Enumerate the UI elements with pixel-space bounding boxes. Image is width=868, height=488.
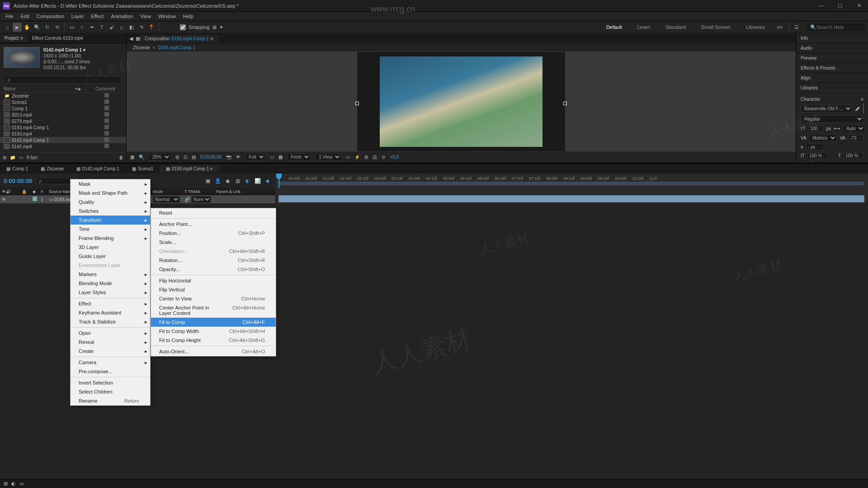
views-select[interactable]: 1 View (315, 153, 341, 161)
panel-align[interactable]: Align (796, 73, 868, 83)
panel-menu-icon[interactable]: ≡ (861, 97, 863, 102)
menu-file[interactable]: File (2, 13, 17, 20)
hscale-input[interactable] (844, 152, 863, 159)
menu-item-position-[interactable]: Position...Ctrl+Shift+P (151, 229, 276, 238)
project-item[interactable]: Zlozenie (0, 93, 126, 99)
shy-icon[interactable]: 👤 (214, 177, 222, 184)
puppet-tool[interactable]: 📍 (147, 23, 156, 32)
reset-exposure-icon[interactable]: ⊙ (382, 155, 385, 160)
project-item[interactable]: 0193.mp4 (0, 131, 126, 137)
transparency-icon[interactable]: ▦ (278, 155, 283, 160)
brainstorm-icon[interactable]: ◆ (264, 177, 271, 184)
new-folder-icon[interactable]: 📁 (10, 155, 15, 160)
project-item[interactable]: 0278.mp4 (0, 118, 126, 124)
roi-icon[interactable]: ▭ (270, 155, 274, 160)
layer-clip-bar[interactable] (278, 195, 864, 202)
eraser-tool[interactable]: ◧ (127, 23, 136, 32)
roto-tool[interactable]: ✎ (137, 23, 146, 32)
panel-libraries[interactable]: Libraries (796, 83, 868, 93)
project-item[interactable]: 0142.mp4 (0, 143, 126, 150)
snap-mode-icon[interactable]: ⊞ (212, 24, 217, 30)
comp-nav-back[interactable]: ◀ (127, 36, 136, 42)
graph-editor-icon[interactable]: 📊 (254, 177, 261, 184)
ellipse-tool[interactable]: ○ (77, 23, 86, 32)
workspace-learn[interactable]: Learn (630, 23, 657, 32)
work-area-bar[interactable] (278, 182, 864, 185)
tab-composition[interactable]: Composition 0193.mp4 Comp 1 ≡ (140, 35, 218, 42)
project-item[interactable]: 0193.mp4 Comp 1 (0, 124, 126, 131)
menu-item-opacity-[interactable]: Opacity...Ctrl+Shift+O (151, 265, 276, 274)
label-color-swatch[interactable] (104, 131, 109, 136)
transform-submenu[interactable]: ResetAnchor Point...Position...Ctrl+Shif… (151, 208, 276, 357)
menu-item-guide-layer[interactable]: Guide Layer (71, 252, 150, 261)
resize-handle-right[interactable] (563, 102, 567, 105)
composition-preview-image[interactable] (380, 56, 542, 147)
menu-item-pre-compose-[interactable]: Pre-compose... (71, 367, 150, 376)
safe-zones-icon[interactable]: ⊞ (175, 155, 179, 160)
menu-item-center-in-view[interactable]: Center In ViewCtrl+Home (151, 294, 276, 303)
blend-mode-select[interactable]: Normal (153, 196, 180, 203)
font-family-select[interactable]: Baskerville Old F… (801, 105, 852, 113)
trash-icon[interactable]: 🗑 (119, 155, 123, 160)
panel-info[interactable]: Info (796, 33, 868, 43)
menu-item-effect[interactable]: Effect▸ (71, 299, 150, 308)
panel-preview[interactable]: Preview (796, 53, 868, 63)
timeline-tab[interactable]: ▦ 0142.mp4 Comp 1 (70, 165, 126, 173)
new-comp-icon[interactable]: ▭ (19, 155, 23, 160)
project-item[interactable]: Comp 1 (0, 105, 126, 112)
menu-item-frame-blending[interactable]: Frame Blending▸ (71, 234, 150, 243)
label-color-swatch[interactable] (104, 137, 109, 142)
panel-effects-presets[interactable]: Effects & Presets (796, 63, 868, 73)
close-button[interactable]: ✕ (853, 3, 865, 9)
menu-item-keyframe-assistant[interactable]: Keyframe Assistant▸ (71, 308, 150, 317)
menu-item-mask[interactable]: Mask▸ (71, 179, 150, 188)
workspace-libraries[interactable]: Libraries (739, 23, 772, 32)
breadcrumb-item[interactable]: 0193.mp4 Comp 1 (158, 45, 195, 50)
composition-viewer[interactable] (127, 52, 796, 151)
snapshot-icon[interactable]: 📷 (226, 155, 231, 160)
toggle-in-out-icon[interactable]: ▭ (19, 481, 24, 487)
search-input[interactable] (816, 24, 862, 30)
pixel-aspect-icon[interactable]: ▭ (346, 155, 350, 160)
tab-effect-controls[interactable]: Effect Controls 0193.mp4 (28, 34, 88, 42)
time-display[interactable]: 0;00;00;00 (200, 155, 222, 160)
menu-item-invert-selection[interactable]: Invert Selection (71, 378, 150, 387)
draft3d-icon[interactable]: ◉ (224, 177, 231, 184)
resize-handle-left[interactable] (355, 102, 359, 105)
timeline-tab[interactable]: ▦ Comp 1 (0, 165, 34, 173)
timeline-search[interactable] (36, 178, 72, 184)
project-search-input[interactable] (4, 76, 123, 84)
type-tool[interactable]: T (97, 23, 106, 32)
stroke-input[interactable] (806, 144, 824, 150)
menu-item-time[interactable]: Time▸ (71, 225, 150, 234)
trkmat-link-icon[interactable]: 🔗 (184, 197, 190, 202)
flowchart-icon[interactable]: 品 (373, 154, 377, 160)
panel-audio[interactable]: Audio (796, 43, 868, 53)
menu-item-fit-to-comp-width[interactable]: Fit to Comp WidthCtrl+Alt+Shift+H (151, 327, 276, 336)
menu-item-3d-layer[interactable]: 3D Layer (71, 243, 150, 252)
label-color-swatch[interactable] (104, 144, 109, 148)
composition-canvas[interactable] (357, 52, 565, 151)
menu-item-track-&-stabilize[interactable]: Track & Stabilize▸ (71, 317, 150, 326)
timeline-tab[interactable]: ▦ 0193.mp4 Comp 1 ≡ (160, 165, 219, 173)
playhead[interactable] (278, 174, 279, 188)
timeline-tab[interactable]: ▦ Zlozenie (34, 165, 70, 173)
menu-help[interactable]: Help (179, 13, 197, 20)
label-color-swatch[interactable] (104, 125, 109, 129)
maximize-button[interactable]: ▢ (834, 3, 846, 9)
rotate-tool[interactable]: ⟲ (52, 23, 61, 32)
label-color-swatch[interactable] (104, 99, 109, 104)
label-color-swatch[interactable] (104, 106, 109, 110)
menu-item-switches[interactable]: Switches▸ (71, 206, 150, 216)
project-item[interactable]: 0013.mp4 (0, 112, 126, 118)
mag-icon[interactable]: 🔍 (139, 155, 144, 160)
menu-item-auto-orient-[interactable]: Auto-Orient...Ctrl+Alt+O (151, 347, 276, 356)
fill-color-swatch[interactable] (863, 103, 864, 113)
snapping-checkbox[interactable] (180, 24, 186, 30)
label-color-swatch[interactable] (104, 118, 109, 123)
timeline-ruler[interactable]: 00:15f01:00f01:15f02:00f02:15f03:00f03:1… (275, 174, 868, 188)
menu-item-create[interactable]: Create▸ (71, 347, 150, 356)
project-item[interactable]: Scena1 (0, 99, 126, 105)
comp-layer-icon[interactable]: ▦ (136, 36, 140, 42)
menu-item-blending-mode[interactable]: Blending Mode▸ (71, 279, 150, 288)
